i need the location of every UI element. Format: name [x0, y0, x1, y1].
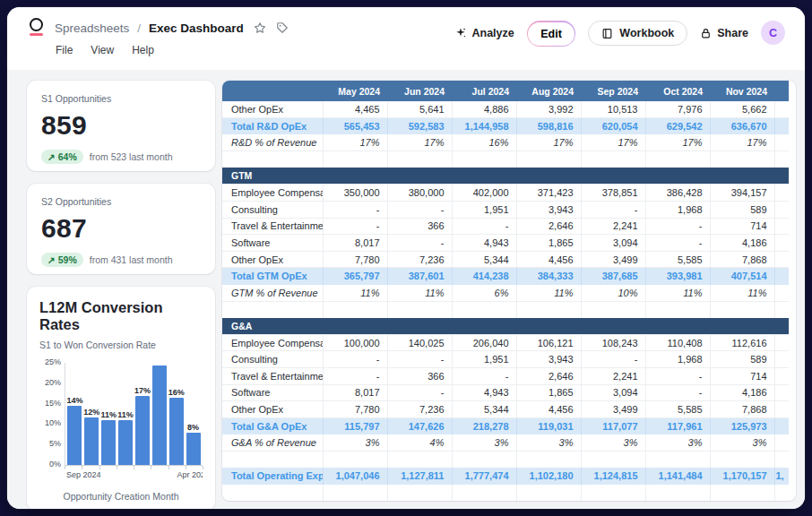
- value-cell: 117,077: [581, 417, 645, 434]
- value-cell: 7,868: [710, 401, 774, 418]
- workbook-label: Workbook: [619, 27, 674, 39]
- clipped-cell: [774, 417, 789, 434]
- page-title: Exec Dashboard: [149, 22, 244, 35]
- chart-x-labels: Sep 2024 Apr 202: [65, 469, 203, 480]
- value-cell: 5,344: [452, 401, 516, 418]
- value-cell: 5,641: [387, 101, 452, 118]
- table-row: Total R&D OpEx565,453592,5831,144,958598…: [222, 118, 789, 135]
- bar: [84, 417, 99, 465]
- bar-chart: 0%5%10%15%20%25% 14%12%11%11%17%16%8%: [39, 363, 203, 465]
- analyze-button[interactable]: Analyze: [454, 21, 514, 46]
- menu-file[interactable]: File: [56, 44, 73, 56]
- value-cell: 3%: [710, 434, 774, 452]
- value-cell: 10%: [581, 285, 645, 302]
- app-logo[interactable]: [27, 18, 45, 38]
- empty-cell: [222, 151, 323, 168]
- lock-icon: [700, 28, 712, 39]
- empty-cell: [774, 485, 789, 502]
- clipped-cell: [774, 101, 789, 118]
- table-row: Other OpEx7,7807,2365,3444,4563,4995,585…: [222, 401, 789, 418]
- value-cell: 7,780: [323, 251, 387, 268]
- edit-button[interactable]: Edit: [527, 21, 576, 47]
- value-cell: 11%: [710, 285, 774, 302]
- star-icon[interactable]: [254, 22, 266, 34]
- x-tick-mark: [203, 466, 203, 469]
- table-row: Consulting--1,9513,943-1,968589: [222, 351, 789, 368]
- value-cell: -: [452, 218, 516, 235]
- value-cell: 7,868: [710, 251, 774, 268]
- empty-cell: [516, 485, 581, 502]
- tag-icon[interactable]: [276, 22, 289, 34]
- row-label-cell: Other OpEx: [222, 251, 323, 268]
- empty-cell: [452, 301, 516, 318]
- breadcrumb-separator: /: [137, 22, 141, 35]
- value-cell: -: [645, 384, 710, 401]
- breadcrumb-spreadsheets[interactable]: Spreadsheets: [55, 22, 129, 35]
- x-tick-label-last: Apr 202: [177, 470, 203, 479]
- row-label-cell: Employee Compensation: [222, 334, 323, 351]
- table-body: Other OpEx4,4655,6414,8863,99210,5137,97…: [222, 101, 789, 501]
- bar-chart-plot: 14%12%11%11%17%16%8%: [65, 363, 203, 465]
- value-cell: 3,943: [516, 351, 581, 368]
- empty-cell: [516, 151, 581, 168]
- value-cell: 1,968: [645, 202, 710, 219]
- value-cell: 2,241: [581, 368, 645, 385]
- value-cell: 115,797: [323, 417, 387, 434]
- value-cell: 3,094: [581, 384, 645, 401]
- value-cell: 4,943: [452, 384, 516, 401]
- empty-cell: [710, 151, 774, 168]
- menu-help[interactable]: Help: [132, 44, 154, 56]
- share-button[interactable]: Share: [700, 21, 748, 46]
- value-cell: 17%: [581, 134, 645, 151]
- value-cell: 5,585: [645, 401, 710, 418]
- empty-cell: [516, 301, 581, 318]
- clipped-cell: [774, 202, 789, 219]
- value-cell: 3,499: [581, 401, 645, 418]
- value-cell: 366: [387, 368, 452, 385]
- value-cell: 140,025: [387, 334, 452, 351]
- value-cell: 4,943: [452, 235, 516, 252]
- empty-cell: [323, 151, 387, 168]
- empty-cell: [645, 151, 710, 168]
- value-cell: 3%: [645, 434, 710, 452]
- stat-card-s1-opportunities: S1 Opportunities 859 ↗ 64% from 523 last…: [27, 81, 215, 171]
- bar-value-label: 14%: [66, 396, 82, 405]
- table-column-header: Jun 2024: [387, 81, 452, 101]
- value-cell: -: [323, 202, 387, 219]
- table-row: [222, 151, 789, 168]
- value-cell: 4,456: [516, 401, 581, 418]
- opex-table-card: May 2024Jun 2024Jul 2024Aug 2024Sep 2024…: [222, 81, 796, 501]
- logo-underline: [30, 33, 43, 36]
- value-cell: 112,616: [710, 334, 774, 351]
- avatar[interactable]: C: [761, 21, 785, 45]
- y-tick-label: 5%: [49, 439, 61, 448]
- value-cell: 3,992: [516, 101, 581, 118]
- value-cell: 206,040: [452, 334, 516, 351]
- stat-label: S1 Opportunities: [41, 93, 201, 104]
- row-label-cell: R&D % of Revenue: [222, 134, 323, 151]
- empty-cell: [387, 485, 452, 502]
- value-cell: 11%: [323, 285, 387, 302]
- empty-cell: [645, 451, 710, 468]
- row-label-cell: G&A % of Revenue: [222, 434, 323, 452]
- value-cell: 1,170,157: [710, 468, 774, 485]
- value-cell: 1,124,815: [581, 468, 645, 485]
- edit-label: Edit: [540, 28, 562, 40]
- workbook-button[interactable]: Workbook: [588, 21, 687, 46]
- value-cell: 7,236: [387, 401, 452, 418]
- table-row: Consulting--1,9513,943-1,968589: [222, 202, 789, 219]
- clipped-cell: [774, 268, 789, 285]
- main-content: S1 Opportunities 859 ↗ 64% from 523 last…: [7, 70, 805, 509]
- value-cell: 11%: [516, 285, 581, 302]
- empty-cell: [774, 301, 789, 318]
- empty-cell: [323, 451, 387, 468]
- value-cell: 350,000: [323, 185, 387, 202]
- table-corner-header: [222, 81, 323, 101]
- value-cell: 598,816: [516, 118, 581, 135]
- table-row: [222, 485, 789, 502]
- value-cell: 17%: [323, 134, 387, 151]
- menu-view[interactable]: View: [91, 44, 114, 56]
- value-cell: 393,981: [645, 268, 710, 285]
- value-cell: 565,453: [323, 118, 387, 135]
- trend-value: 59%: [58, 254, 77, 265]
